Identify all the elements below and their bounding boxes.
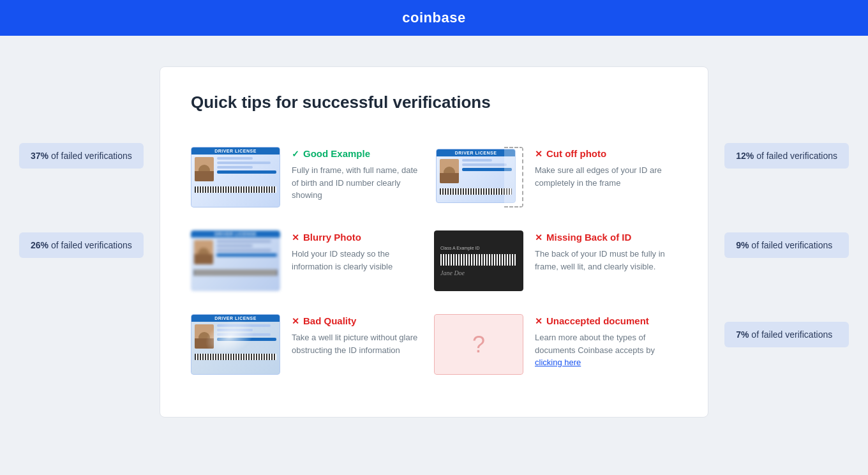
tip-label-cut-off: ✕ Cut off photo	[535, 148, 670, 159]
checkmark-icon: ✓	[292, 149, 299, 159]
id-back-signature: Jane Doe	[440, 269, 465, 276]
id-photo	[195, 157, 214, 181]
id-cutoff-header: DRIVER LICENSE	[437, 149, 515, 156]
id-card-badquality: DRIVER LICENSE	[191, 314, 280, 375]
tips-grid: DRIVER LICENSE	[191, 135, 677, 386]
id-info-line-2	[217, 162, 271, 164]
stat-value-37: 37%	[31, 151, 49, 161]
tip-image-good-example: DRIVER LICENSE	[191, 147, 280, 207]
tip-content-unaccepted: ✕ Unaccepted document Learn more about t…	[535, 314, 670, 369]
tip-blurry-photo: DRIVER LICENSE	[191, 219, 434, 303]
id-card-good: DRIVER LICENSE	[191, 147, 280, 207]
stat-label-9: of failed verifications	[751, 240, 832, 250]
tip-label-blurry: ✕ Blurry Photo	[292, 232, 426, 243]
tip-good-example: DRIVER LICENSE	[191, 135, 434, 219]
badquality-barcode	[195, 354, 276, 360]
tip-desc-cut-off: Make sure all edges of your ID are compl…	[535, 164, 670, 189]
tip-desc-missing-back: The back of your ID must be fully in fra…	[535, 248, 670, 273]
stat-badge-7: 7% of failed verifications	[724, 322, 849, 347]
blurry-info	[216, 240, 277, 264]
tip-image-blurry: DRIVER LICENSE	[191, 230, 280, 291]
tip-content-good-example: ✓ Good Example Fully in frame, with full…	[292, 147, 426, 202]
tip-label-text-missing-back: Missing Back of ID	[546, 232, 631, 243]
id-cutoff-photo	[440, 159, 459, 183]
tip-image-cut-off-photo: DRIVER LICENSE	[434, 147, 523, 207]
tip-desc-bad-quality: Take a well lit picture without glare ob…	[292, 331, 426, 356]
id-info	[217, 157, 276, 181]
id-cutoff-body	[437, 156, 515, 186]
id-cutoff-dash	[504, 147, 523, 207]
tip-desc-blurry: Hold your ID steady so the information i…	[292, 248, 426, 273]
tip-label-good-example: ✓ Good Example	[292, 148, 426, 159]
question-mark-icon: ?	[472, 331, 485, 358]
x-icon-cut-off: ✕	[535, 149, 542, 159]
app-header: coinbase	[0, 0, 868, 36]
blurry-barcode	[194, 269, 277, 276]
stat-badge-12: 12% of failed verifications	[724, 143, 849, 169]
clicking-here-link[interactable]: clicking here	[535, 358, 581, 367]
blurry-photo	[194, 240, 213, 264]
tip-cut-off-photo: DRIVER LICENSE	[434, 135, 677, 219]
tip-label-text-bad-quality: Bad Quality	[303, 315, 356, 326]
tip-content-missing-back: ✕ Missing Back of ID The back of your ID…	[535, 230, 670, 273]
id-body	[191, 155, 280, 184]
tip-bad-quality: DRIVER LICENSE	[191, 303, 434, 386]
tip-label-text-good-example: Good Example	[303, 148, 370, 159]
stat-value-26: 26%	[31, 240, 49, 250]
id-card-unaccepted: ?	[434, 314, 523, 375]
tip-label-text-unaccepted: Unaccepted document	[546, 315, 649, 326]
tip-content-cut-off: ✕ Cut off photo Make sure all edges of y…	[535, 147, 670, 189]
x-icon-bad-quality: ✕	[292, 316, 299, 326]
id-cutoff-line-2	[462, 163, 507, 166]
page-body: 37% of failed verifications 26% of faile…	[0, 36, 868, 475]
sidebar-left: 37% of failed verifications 26% of faile…	[19, 66, 144, 258]
stat-label-12: of failed verifications	[756, 151, 837, 161]
id-header-bar: DRIVER LICENSE	[191, 147, 280, 155]
stat-label-37: of failed verifications	[51, 151, 132, 161]
id-cutoff-barcode	[440, 188, 512, 195]
id-cutoff-line-1	[462, 159, 492, 162]
tip-label-text-cut-off: Cut off photo	[546, 148, 606, 159]
stat-badge-9: 9% of failed verifications	[724, 232, 849, 258]
main-card: Quick tips for successful verifications …	[160, 66, 708, 418]
tip-label-text-blurry: Blurry Photo	[303, 232, 361, 243]
card-title: Quick tips for successful verifications	[191, 93, 677, 112]
x-icon-blurry: ✕	[292, 232, 299, 243]
x-icon-unaccepted: ✕	[535, 316, 542, 326]
stat-badge-26: 26% of failed verifications	[19, 232, 144, 258]
id-card-back: Class A Example ID Jane Doe	[434, 230, 523, 291]
tip-content-blurry: ✕ Blurry Photo Hold your ID steady so th…	[292, 230, 426, 273]
stat-value-7: 7%	[736, 329, 749, 340]
tip-image-bad-quality: DRIVER LICENSE	[191, 314, 280, 375]
sidebar-right: 12% of failed verifications 9% of failed…	[724, 66, 849, 347]
tip-content-bad-quality: ✕ Bad Quality Take a well lit picture wi…	[292, 314, 426, 356]
id-info-line-1	[217, 157, 253, 160]
tip-missing-back: Class A Example ID Jane Doe ✕ Missing Ba…	[434, 219, 677, 303]
x-icon-missing-back: ✕	[535, 232, 542, 243]
tip-desc-unaccepted: Learn more about the types of documents …	[535, 331, 670, 369]
stat-value-12: 12%	[736, 151, 754, 161]
id-info-line-name	[217, 170, 276, 174]
id-info-line-3	[217, 166, 253, 169]
tip-desc-good-example: Fully in frame, with full name, date of …	[292, 164, 426, 202]
coinbase-logo: coinbase	[402, 10, 465, 26]
stat-label-26: of failed verifications	[51, 240, 132, 250]
id-back-barcode	[440, 254, 517, 266]
blurry-body	[191, 238, 280, 267]
stat-badge-37: 37% of failed verifications	[19, 143, 144, 169]
blurry-header-bar: DRIVER LICENSE	[191, 230, 280, 238]
stat-label-7: of failed verifications	[751, 329, 832, 340]
stat-value-9: 9%	[736, 240, 749, 250]
id-barcode	[195, 186, 276, 193]
tip-label-bad-quality: ✕ Bad Quality	[292, 315, 426, 326]
tip-image-missing-back: Class A Example ID Jane Doe	[434, 230, 523, 291]
id-card-cutoff: DRIVER LICENSE	[434, 147, 523, 207]
tip-label-missing-back: ✕ Missing Back of ID	[535, 232, 670, 243]
tip-unaccepted-doc: ? ✕ Unaccepted document Learn more about…	[434, 303, 677, 386]
tip-label-unaccepted: ✕ Unaccepted document	[535, 315, 670, 326]
tip-image-unaccepted: ?	[434, 314, 523, 375]
id-back-label: Class A Example ID	[440, 246, 479, 250]
